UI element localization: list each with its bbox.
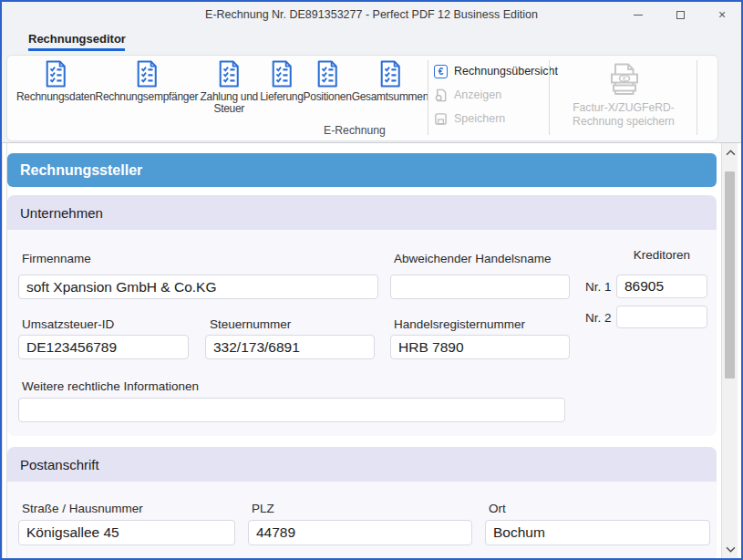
minimize-button[interactable] — [632, 8, 645, 21]
close-icon: × — [718, 8, 726, 21]
facturx-document-euro-icon — [605, 63, 642, 96]
ribbon-separator — [697, 60, 697, 135]
checklist-document-icon — [378, 60, 402, 88]
chevron-down-icon — [726, 546, 736, 553]
checklist-document-icon — [217, 60, 241, 88]
plz-input[interactable] — [248, 520, 472, 545]
ribbon-button-lieferung[interactable]: Lieferung — [260, 60, 303, 103]
ort-label: Ort — [489, 502, 506, 515]
window-title: E-Rechnung Nr. DE891353277 - Perfect PDF… — [2, 8, 741, 21]
ribbon-button-label: Anzeigen — [454, 88, 501, 101]
ribbon-separator — [549, 60, 550, 135]
euro-badge-icon: € — [434, 65, 448, 78]
checklist-document-icon — [270, 60, 294, 88]
page-title: Rechnungssteller — [7, 153, 717, 187]
kreditor-nr1-label: Nr. 1 — [585, 280, 612, 294]
ribbon-group-label: E-Rechnung — [300, 124, 409, 137]
strasse-input[interactable] — [18, 520, 235, 545]
checklist-document-icon — [315, 60, 339, 88]
umsatzsteuer-id-input[interactable] — [18, 335, 189, 359]
kreditor-nr2-label: Nr. 2 — [585, 311, 612, 325]
titlebar[interactable]: E-Rechnung Nr. DE891353277 - Perfect PDF… — [2, 2, 741, 27]
ribbon-button-label: Speichern — [454, 112, 505, 125]
ribbon-button-label: Rechnungsübersicht — [454, 65, 558, 78]
ribbon-button-rechnungsdaten[interactable]: Rechnungsdaten — [16, 60, 96, 103]
scroll-down-button[interactable] — [722, 540, 738, 558]
section-postanschrift: Postanschrift Straße / Hausnummer PLZ Or… — [7, 447, 717, 560]
weitere-informationen-input[interactable] — [18, 398, 565, 422]
maximize-icon — [676, 11, 685, 19]
close-button[interactable]: × — [716, 8, 728, 21]
page-title-text: Rechnungssteller — [20, 162, 142, 179]
app-window: E-Rechnung Nr. DE891353277 - Perfect PDF… — [0, 0, 743, 560]
abweichender-handelsname-label: Abweichender Handelsname — [394, 252, 552, 265]
ribbon-button-rechnungsempfaenger[interactable]: Rechnungsempfänger — [96, 60, 199, 103]
ribbon-button-rechnungsuebersicht[interactable]: € Rechnungsübersicht — [434, 62, 545, 80]
checklist-document-icon — [44, 60, 67, 88]
ribbon-button-label: Factur-X/ZUGFeRD-Rechnung speichern — [552, 101, 695, 130]
section-heading-postanschrift: Postanschrift — [7, 447, 717, 482]
weitere-informationen-label: Weitere rechtliche Informationen — [22, 379, 199, 393]
scrollbar-thumb[interactable] — [725, 171, 735, 379]
kreditoren-label: Kreditoren — [616, 248, 707, 262]
firmenname-input[interactable] — [18, 275, 378, 299]
firmenname-label: Firmenname — [22, 252, 91, 265]
ribbon-button-label: Lieferung — [260, 91, 303, 103]
plz-label: PLZ — [252, 502, 274, 515]
umsatzsteuer-id-label: Umsatzsteuer-ID — [22, 317, 114, 331]
checklist-document-icon — [135, 60, 159, 88]
ribbon: Rechnungsdaten Rechnungsempfänger Zahlun… — [6, 55, 718, 141]
ribbon-separator — [428, 60, 428, 135]
ort-input[interactable] — [485, 520, 710, 545]
chevron-up-icon — [726, 150, 736, 156]
vertical-scrollbar[interactable] — [721, 143, 738, 558]
minimize-icon — [634, 15, 643, 16]
kreditor-nr2-input[interactable] — [616, 306, 707, 328]
section-heading-unternehmen: Unternehmen — [7, 195, 717, 230]
maximize-button[interactable] — [674, 8, 686, 21]
ribbon-button-label: Gesamtsummen — [352, 91, 428, 103]
save-icon — [434, 112, 448, 126]
ribbon-button-zahlung-und-steuer[interactable]: Zahlung und Steuer — [198, 60, 260, 116]
tab-underline — [28, 48, 125, 51]
ribbon-button-gesamtsummen[interactable]: Gesamtsummen — [352, 60, 428, 103]
ribbon-button-speichern: Speichern — [434, 109, 545, 128]
tab-rechnungseditor[interactable]: Rechnungseditor — [28, 32, 126, 46]
strasse-label: Straße / Hausnummer — [22, 502, 143, 515]
ribbon-button-facturx-speichern: Factur-X/ZUGFeRD-Rechnung speichern — [552, 59, 695, 138]
kreditor-nr1-input[interactable] — [616, 275, 707, 298]
ribbon-button-anzeigen: Anzeigen — [434, 86, 545, 104]
ribbon-button-label: Positionen — [304, 91, 352, 103]
ribbon-button-label: Zahlung und Steuer — [198, 91, 260, 116]
preview-document-icon — [434, 88, 448, 102]
section-unternehmen: Unternehmen Firmenname Abweichender Hand… — [7, 195, 717, 436]
scroll-up-button[interactable] — [722, 143, 738, 161]
steuernummer-input[interactable] — [205, 335, 375, 359]
handelsregisternummer-input[interactable] — [390, 335, 570, 359]
handelsregisternummer-label: Handelsregisternummer — [394, 317, 525, 331]
ribbon-button-label: Rechnungsdaten — [16, 91, 96, 103]
abweichender-handelsname-input[interactable] — [390, 275, 570, 299]
ribbon-button-label: Rechnungsempfänger — [96, 91, 199, 103]
steuernummer-label: Steuernummer — [210, 317, 291, 331]
ribbon-button-positionen[interactable]: Positionen — [304, 60, 352, 103]
